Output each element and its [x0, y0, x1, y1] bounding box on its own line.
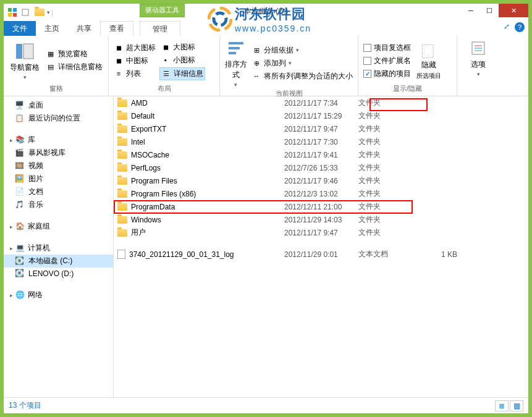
folder-icon	[117, 203, 127, 211]
file-name: 用户	[131, 227, 146, 238]
file-row[interactable]: ExportTXT 2012/11/17 9:47 文件夹	[114, 122, 528, 135]
svg-rect-10	[229, 47, 240, 49]
contextual-tab-label: 驱动器工具	[140, 4, 185, 17]
svg-rect-8	[23, 44, 33, 59]
nav-homegroup[interactable]: ▸🏠家庭组	[4, 220, 113, 233]
sort-button[interactable]: 排序方式 ▾	[224, 38, 248, 88]
tab-file[interactable]: 文件	[4, 21, 36, 36]
file-type: 文件夹	[358, 137, 414, 147]
file-row[interactable]: ProgramData 2012/12/11 21:00 文件夹	[114, 200, 528, 213]
title-bar: ▾ | 驱动器工具 本地磁盘 (C:) ─ ☐ ✕	[4, 4, 528, 21]
hide-sublabel: 所选项目	[416, 72, 441, 80]
content-area: 🖥️桌面 📋最近访问的位置 ▸📚库 🎬暴风影视库 🎞️视频 🖼️图片 📄文档 🎵…	[4, 96, 528, 397]
help-icon[interactable]: ?	[515, 22, 525, 32]
nav-pictures[interactable]: 🖼️图片	[4, 172, 113, 185]
options-label: 选项	[471, 59, 486, 70]
details-button[interactable]: ☰详细信息	[159, 67, 205, 80]
file-date: 2012/11/17 9:47	[284, 229, 358, 237]
nav-recent[interactable]: 📋最近访问的位置	[4, 112, 113, 125]
file-date: 2012/11/17 9:47	[284, 125, 358, 133]
qat-new-icon[interactable]	[20, 6, 32, 19]
group-layout-label: 布局	[112, 83, 216, 93]
file-row[interactable]: Windows 2012/11/29 14:03 文件夹	[114, 213, 528, 226]
nav-videos[interactable]: 🎞️视频	[4, 159, 113, 172]
file-name: MSOCache	[131, 151, 169, 159]
nav-documents[interactable]: 📄文档	[4, 185, 113, 198]
file-type: 文件夹	[358, 162, 414, 173]
nav-pane-label: 导航窗格	[10, 62, 40, 73]
tab-share[interactable]: 共享	[68, 21, 100, 36]
hidden-items-toggle[interactable]: 隐藏的项目	[362, 68, 412, 80]
file-row[interactable]: Intel 2012/11/17 7:30 文件夹	[114, 135, 528, 148]
file-name: 3740_20121129_00_01_31_log	[129, 250, 234, 259]
s-icons-button[interactable]: ▪小图标	[159, 54, 205, 66]
file-row[interactable]: Program Files 2012/11/17 9:46 文件夹	[114, 174, 528, 187]
folder-icon	[117, 112, 127, 120]
xl-icons-button[interactable]: ◼超大图标	[112, 42, 157, 54]
navigation-pane-button[interactable]: 导航窗格 ▾	[7, 38, 42, 83]
nav-network[interactable]: ▸🌐网络	[4, 289, 113, 301]
tab-manage[interactable]: 管理	[140, 22, 180, 36]
fitcols-button[interactable]: ↔将所有列调整为合适的大小	[250, 70, 354, 82]
file-list[interactable]: AMD 2012/11/17 7:34 文件夹 Default 2012/11/…	[114, 96, 528, 397]
tab-home[interactable]: 主页	[36, 21, 68, 36]
svg-rect-3	[13, 8, 17, 12]
maximize-button[interactable]: ☐	[480, 4, 499, 17]
svg-rect-9	[229, 42, 243, 44]
file-name: PerfLogs	[131, 164, 161, 172]
file-type: 文件夹	[358, 188, 414, 199]
view-details-icon[interactable]: ≣	[495, 400, 509, 411]
file-row[interactable]: PerfLogs 2012/7/26 15:33 文件夹	[114, 161, 528, 174]
folder-icon	[117, 177, 127, 185]
addcol-button[interactable]: ⊕添加列 ▾	[250, 57, 354, 69]
qat-open-folder-icon[interactable]	[33, 6, 46, 19]
file-type: 文件夹	[358, 227, 414, 238]
l-icons-button[interactable]: ◼大图标	[159, 41, 205, 53]
file-row[interactable]: 用户 2012/11/17 9:47 文件夹	[114, 226, 528, 239]
file-row[interactable]: AMD 2012/11/17 7:34 文件夹	[114, 96, 528, 109]
close-button[interactable]: ✕	[499, 4, 528, 17]
file-row[interactable]: MSOCache 2012/11/17 9:41 文件夹	[114, 148, 528, 161]
app-icon	[6, 6, 19, 19]
groupby-button[interactable]: ⊞分组依据 ▾	[250, 44, 354, 56]
file-name: Windows	[131, 216, 161, 224]
ribbon-tabs: 文件 主页 共享 查看 管理 ⤢ ?	[4, 21, 528, 36]
file-row[interactable]: Default 2012/11/17 15:29 文件夹	[114, 109, 528, 122]
nav-drive-c[interactable]: 💽本地磁盘 (C:)	[4, 255, 113, 267]
options-button[interactable]: 选项 ▾	[461, 38, 496, 77]
file-name: Intel	[131, 138, 145, 146]
file-row[interactable]: 3740_20121129_00_01_31_log 2012/11/29 0:…	[114, 248, 528, 261]
file-name: AMD	[131, 99, 148, 107]
nav-baofeng[interactable]: 🎬暴风影视库	[4, 146, 113, 159]
qat-dropdown-icon[interactable]: ▾	[47, 9, 50, 15]
window-title: 本地磁盘 (C:)	[244, 6, 288, 17]
details-pane-button[interactable]: ▤详细信息窗格	[44, 61, 104, 73]
m-icons-button[interactable]: ◼中图标	[112, 55, 157, 67]
nav-music[interactable]: 🎵音乐	[4, 198, 113, 211]
item-checkboxes-toggle[interactable]: 项目复选框	[362, 42, 412, 54]
file-type: 文本文档	[358, 249, 414, 259]
nav-drive-d[interactable]: 💽LENOVO (D:)	[4, 267, 113, 280]
nav-desktop[interactable]: 🖥️桌面	[4, 99, 113, 112]
hide-items-button[interactable]: 隐藏 所选项目	[415, 38, 443, 83]
file-type: 文件夹	[358, 124, 414, 134]
sort-label: 排序方式	[224, 59, 248, 80]
nav-libraries[interactable]: ▸📚库	[4, 133, 113, 146]
nav-computer[interactable]: ▸💻计算机	[4, 242, 113, 255]
group-panes-label: 窗格	[7, 83, 104, 93]
file-name: Default	[131, 112, 154, 120]
file-icon	[117, 250, 125, 259]
tab-view[interactable]: 查看	[100, 21, 133, 36]
view-icons-icon[interactable]: ▦	[510, 400, 523, 411]
file-row[interactable]: Program Files (x86) 2012/12/3 13:02 文件夹	[114, 187, 528, 200]
preview-pane-button[interactable]: ▦预览窗格	[44, 48, 104, 60]
file-date: 2012/11/17 7:34	[284, 99, 358, 107]
folder-icon	[117, 164, 127, 172]
minimize-button[interactable]: ─	[462, 4, 480, 17]
status-bar: 13 个项目 ≣ ▦	[4, 397, 528, 413]
file-extensions-toggle[interactable]: 文件扩展名	[362, 55, 412, 67]
ribbon-minimize-icon[interactable]: ⤢	[504, 22, 510, 32]
list-button[interactable]: ≡列表	[112, 68, 157, 80]
file-date: 2012/11/29 0:01	[284, 250, 358, 259]
item-count: 13 个项目	[9, 400, 41, 411]
